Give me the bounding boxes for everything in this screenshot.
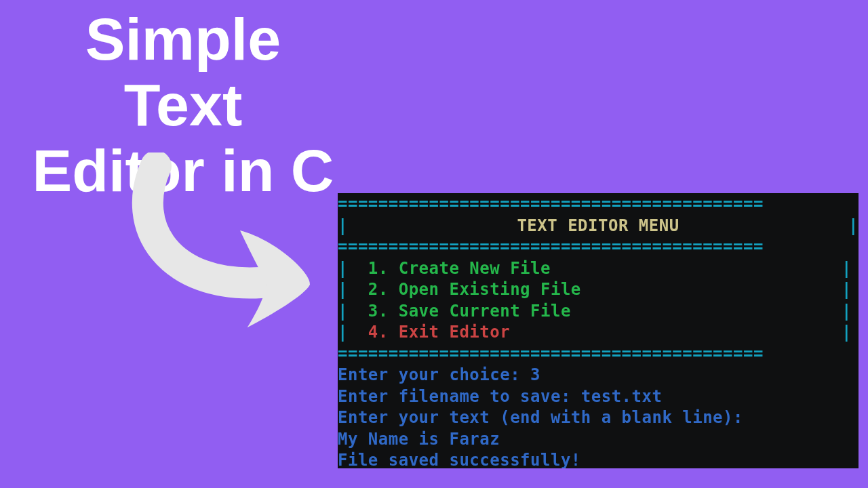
page-title-line1: Simple Text xyxy=(27,7,339,138)
filename-prompt-value: test.txt xyxy=(581,386,663,407)
menu-item-4[interactable]: | 4. Exit Editor | xyxy=(338,322,859,344)
filename-prompt-label: Enter filename to save: xyxy=(338,386,581,407)
menu-title: TEXT EDITOR MENU xyxy=(348,216,848,237)
separator-bottom: ========================================… xyxy=(338,344,859,365)
separator-mid: ========================================… xyxy=(338,237,859,258)
terminal-window: ========================================… xyxy=(338,193,859,468)
enter-text-prompt: Enter your text (end with a blank line): xyxy=(338,407,859,429)
choice-prompt-value: 3 xyxy=(530,365,540,386)
separator-top: ========================================… xyxy=(338,194,859,216)
choice-prompt-label: Enter your choice: xyxy=(338,365,530,386)
saved-message: File saved successfully! xyxy=(338,450,859,468)
menu-item-2[interactable]: | 2. Open Existing File | xyxy=(338,279,859,301)
arrow-icon xyxy=(122,152,326,329)
filename-prompt-row: Enter filename to save: test.txt xyxy=(338,386,859,408)
menu-title-row: | TEXT EDITOR MENU | xyxy=(338,216,859,237)
user-typed-line: My Name is Faraz xyxy=(338,429,859,451)
menu-item-1[interactable]: | 1. Create New File | xyxy=(338,258,859,280)
menu-item-3[interactable]: | 3. Save Current File | xyxy=(338,301,859,323)
choice-prompt-row: Enter your choice: 3 xyxy=(338,365,859,386)
